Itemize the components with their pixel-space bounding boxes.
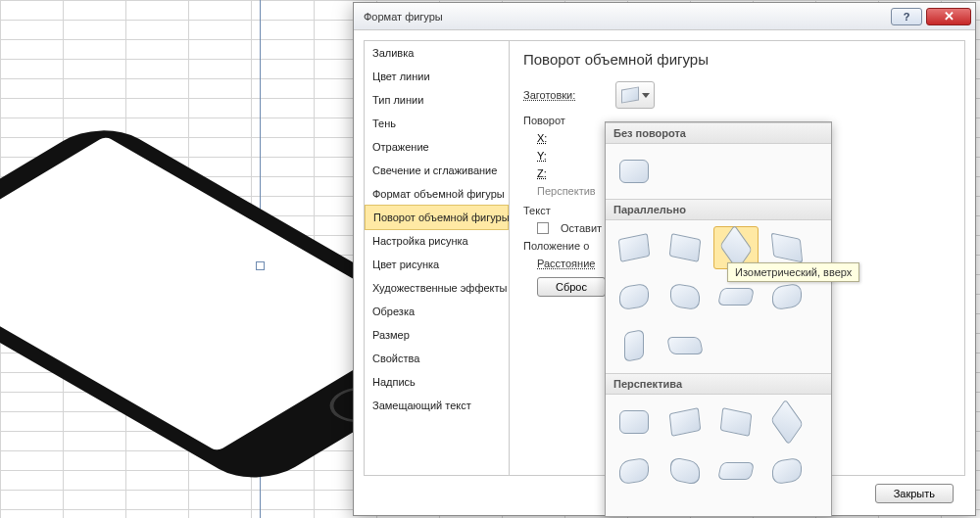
- preset-thumb: [770, 399, 803, 445]
- reset-button[interactable]: Сброс: [537, 277, 606, 297]
- preset-thumb: [624, 329, 644, 362]
- nav-alt-text[interactable]: Замещающий текст: [365, 394, 509, 417]
- presets-gallery: Без поворота Параллельно Перспектива: [605, 121, 832, 517]
- dialog-close-button[interactable]: Закрыть: [875, 484, 954, 503]
- preset-parallel-6[interactable]: [662, 275, 708, 318]
- nav-line-style[interactable]: Тип линии: [365, 88, 509, 112]
- preset-thumb: [669, 233, 702, 262]
- preset-no-rotation[interactable]: [612, 150, 657, 193]
- preset-tooltip: Изометрический, вверх: [727, 262, 859, 282]
- keep-text-flat-checkbox[interactable]: [537, 222, 549, 234]
- nav-artistic-effects[interactable]: Художественные эффекты: [365, 276, 509, 300]
- panel-heading: Поворот объемной фигуры: [523, 51, 951, 68]
- nav-crop[interactable]: Обрезка: [365, 300, 509, 323]
- axis-z-label: Z:: [537, 167, 606, 179]
- text-group-label: Текст: [523, 205, 551, 216]
- preset-thumb: [619, 283, 649, 310]
- preset-perspective-4[interactable]: [764, 400, 809, 444]
- preset-perspective-8[interactable]: [764, 449, 809, 493]
- nav-glow[interactable]: Свечение и сглаживание: [365, 159, 509, 182]
- nav-shadow[interactable]: Тень: [365, 112, 509, 135]
- presets-dropdown-button[interactable]: [615, 81, 655, 109]
- nav-fill[interactable]: Заливка: [365, 41, 509, 65]
- preset-thumb: [772, 457, 802, 485]
- presets-label: Заготовки:: [523, 89, 608, 101]
- keep-text-flat-label: Оставит: [561, 222, 602, 234]
- axis-x-label: X:: [537, 132, 606, 144]
- preset-parallel-9[interactable]: [612, 324, 657, 367]
- chevron-down-icon: [642, 93, 650, 98]
- selection-handle[interactable]: [256, 261, 265, 270]
- nav-picture-corrections[interactable]: Настройка рисунка: [365, 229, 509, 253]
- preset-thumb: [670, 456, 700, 485]
- nav-textbox[interactable]: Надпись: [365, 370, 509, 394]
- preset-perspective-3[interactable]: [713, 400, 759, 444]
- nav-size[interactable]: Размер: [365, 323, 509, 347]
- preset-parallel-2[interactable]: [662, 226, 708, 269]
- dialog-title: Формат фигуры: [364, 11, 891, 23]
- distance-label: Расстояние: [537, 258, 595, 269]
- close-icon: ✕: [944, 10, 955, 23]
- nav-3d-format[interactable]: Формат объемной фигуры: [365, 182, 509, 206]
- object-position-label: Положение о: [523, 240, 589, 252]
- preset-thumb: [619, 410, 649, 434]
- preset-thumb: [618, 233, 651, 262]
- preset-thumb: [670, 283, 700, 310]
- preset-perspective-2[interactable]: [662, 400, 708, 444]
- dialog-titlebar[interactable]: Формат фигуры ? ✕: [354, 3, 975, 30]
- preset-perspective-6[interactable]: [662, 449, 708, 493]
- preset-perspective-5[interactable]: [612, 449, 657, 493]
- preset-thumb: [771, 233, 804, 263]
- nav-properties[interactable]: Свойства: [365, 347, 509, 370]
- preset-thumb: [666, 337, 704, 354]
- preset-thumb: [717, 462, 755, 480]
- perspective-label: Перспектив: [537, 185, 606, 197]
- preset-thumb: [720, 407, 753, 437]
- help-button[interactable]: ?: [891, 8, 922, 25]
- nav-reflection[interactable]: Отражение: [365, 135, 509, 159]
- window-close-button[interactable]: ✕: [926, 8, 971, 25]
- axis-y-label: Y:: [537, 150, 606, 162]
- preset-thumb: [619, 457, 649, 485]
- category-nav: Заливка Цвет линии Тип линии Тень Отраже…: [365, 41, 510, 475]
- nav-line-color[interactable]: Цвет линии: [365, 65, 509, 88]
- rotation-group-label: Поворот: [523, 115, 565, 126]
- preset-parallel-1[interactable]: [612, 226, 657, 269]
- gallery-header-no-rotation: Без поворота: [606, 122, 831, 144]
- preset-thumb: [717, 288, 755, 306]
- gallery-header-perspective: Перспектива: [606, 373, 831, 395]
- preset-perspective-7[interactable]: [713, 449, 759, 493]
- nav-3d-rotation[interactable]: Поворот объемной фигуры: [365, 205, 509, 230]
- preset-perspective-1[interactable]: [612, 400, 657, 444]
- preset-thumb: [619, 160, 649, 183]
- preset-thumb-icon: [621, 86, 639, 103]
- nav-picture-color[interactable]: Цвет рисунка: [365, 253, 509, 276]
- preset-thumb: [772, 283, 802, 310]
- help-icon: ?: [904, 11, 910, 23]
- preset-parallel-5[interactable]: [612, 275, 657, 318]
- gallery-header-parallel: Параллельно: [606, 199, 831, 220]
- preset-thumb: [669, 407, 702, 437]
- preset-parallel-10[interactable]: [662, 324, 708, 367]
